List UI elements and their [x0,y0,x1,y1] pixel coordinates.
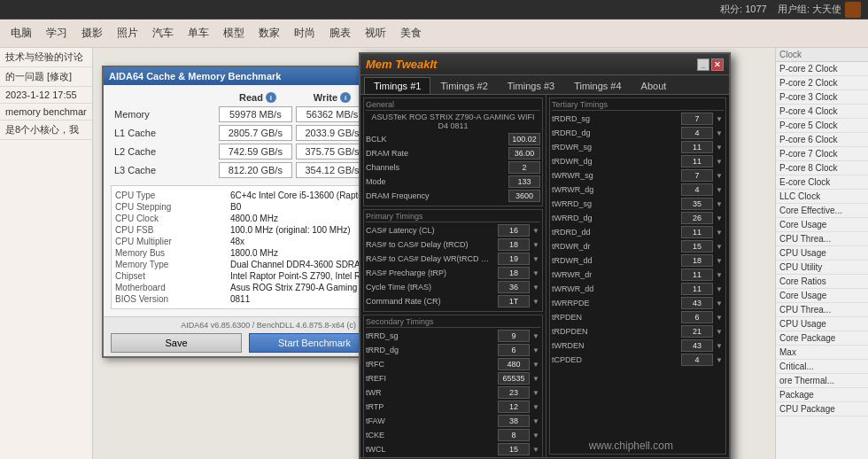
trp-dropdown[interactable]: ▼ [531,269,540,277]
right-core-ratios[interactable]: Core Ratios [776,275,868,289]
l2-write: 375.75 GB/s [296,144,369,159]
tfaw-dropdown[interactable]: ▼ [531,417,540,425]
tras-dropdown[interactable]: ▼ [531,284,540,292]
twrwr-sg-dropdown[interactable]: ▼ [715,172,724,180]
trcd-wr-dropdown[interactable]: ▼ [531,255,540,263]
nav-item-fashion[interactable]: 时尚 [287,22,322,44]
tcke-label: tCKE [366,431,496,440]
tcpded-dropdown[interactable]: ▼ [715,356,724,364]
twrden-dropdown[interactable]: ▼ [715,342,724,350]
trdpden-row: tRDPDEN 21 ▼ [552,325,724,338]
right-pcore4[interactable]: P-core 4 Clock [776,105,868,119]
nav-item-bike[interactable]: 单车 [181,22,216,44]
l3-write: 354.12 GB/s [296,162,369,178]
tab-timings2[interactable]: Timings #2 [430,77,497,94]
sidebar-question[interactable]: 的一问题 [修改] [0,67,92,87]
memtweak-close-button[interactable]: ✕ [711,58,724,71]
tab-timings3[interactable]: Timings #3 [498,77,564,94]
nav-item-watch[interactable]: 腕表 [322,22,358,44]
tcke-dropdown[interactable]: ▼ [531,432,540,440]
sidebar-date[interactable]: 2023-1-12 17:55 [0,87,92,104]
cl-dropdown[interactable]: ▼ [531,227,540,235]
twrwr-sg-row: tWRWR_sg 7 ▼ [552,169,724,182]
read-info-icon[interactable]: i [266,92,276,103]
right-pcore7[interactable]: P-core 7 Clock [776,147,868,161]
twr-dropdown[interactable]: ▼ [531,389,540,397]
twrwr-dr-dropdown[interactable]: ▼ [715,271,724,279]
twrrpde-value: 43 [681,297,713,309]
twcl-dropdown[interactable]: ▼ [531,446,540,454]
tab-timings4[interactable]: Timings #4 [564,77,631,94]
right-pcore2b[interactable]: P-core 2 Clock [776,76,868,90]
trdrd-dg-value: 4 [681,127,713,139]
nav-item-av[interactable]: 视听 [358,22,393,44]
right-cpu-pkg[interactable]: CPU Package [776,402,868,416]
trdwr-dr-dropdown[interactable]: ▼ [715,243,724,251]
trdrdsg-dropdown[interactable]: ▼ [715,115,724,123]
nav-item-pc[interactable]: 电脑 [4,22,39,44]
trdrd-dd-label: tRDRD_dd [552,228,679,237]
tab-timings1[interactable]: Timings #1 [364,77,430,94]
right-ecore[interactable]: E-core Clock [776,175,868,190]
tab-about[interactable]: About [632,77,677,94]
right-cpu-usage[interactable]: CPU Usage [776,246,868,261]
trdrd-dg-dropdown[interactable]: ▼ [715,129,724,137]
trdwr-dd-dropdown[interactable]: ▼ [715,257,724,265]
right-pcore6[interactable]: P-core 6 Clock [776,133,868,147]
trdpden-dropdown[interactable]: ▼ [715,328,724,336]
trrsg-dropdown[interactable]: ▼ [531,332,540,340]
nav-item-photo[interactable]: 摄影 [74,22,110,44]
right-core-pkg[interactable]: Core Package [776,331,868,346]
sidebar-cores[interactable]: 是8个小核心，我 [0,121,92,140]
right-pcore8[interactable]: P-core 8 Clock [776,161,868,175]
trpden-dropdown[interactable]: ▼ [715,314,724,322]
nav-item-pics[interactable]: 照片 [110,22,145,44]
cpu-type-label: CPU Type [115,191,230,200]
twrrd-dg-dropdown[interactable]: ▼ [715,214,724,222]
save-button[interactable]: Save [111,333,242,353]
twrwr-dg-label: tWRWR_dg [552,185,679,194]
trrddg-dropdown[interactable]: ▼ [531,346,540,354]
channels-row: Channels 2 [366,161,540,174]
twrwr-dg-dropdown[interactable]: ▼ [715,186,724,194]
right-sidebar-title: Clock [776,48,868,62]
trdrd-dd-dropdown[interactable]: ▼ [715,229,724,237]
right-package[interactable]: Package [776,388,868,402]
sidebar-benchmark[interactable]: memory benchmar [0,104,92,121]
trdwr-sg-dropdown[interactable]: ▼ [715,144,724,152]
trefi-dropdown[interactable]: ▼ [531,375,540,383]
right-core-usage[interactable]: Core Usage [776,218,868,232]
trcd-dropdown[interactable]: ▼ [531,241,540,249]
cl-label: CAS# Latency (CL) [366,226,496,235]
right-thermal[interactable]: ore Thermal... [776,374,868,388]
twrrd-sg-dropdown[interactable]: ▼ [715,200,724,208]
sidebar-tech[interactable]: 技术与经验的讨论 [0,48,92,67]
nav-item-study[interactable]: 学习 [39,22,74,44]
nav-item-car[interactable]: 汽车 [145,22,181,44]
right-pcore2a[interactable]: P-core 2 Clock [776,62,868,76]
right-cpu-utility[interactable]: CPU Utility [776,261,868,275]
tertiary-title: Tertiary Timings [552,100,724,111]
right-pcore5[interactable]: P-core 5 Clock [776,119,868,133]
trdwr-dg-dropdown[interactable]: ▼ [715,158,724,166]
nav-item-food[interactable]: 美食 [393,22,429,44]
twrwr-dd-dropdown[interactable]: ▼ [715,285,724,293]
write-info-icon[interactable]: i [340,92,351,103]
cr-dropdown[interactable]: ▼ [531,298,540,306]
memtweak-minimize-button[interactable]: _ [697,58,709,71]
trfc-dropdown[interactable]: ▼ [531,361,540,369]
right-critical[interactable]: Critical... [776,360,868,374]
right-cpu-thread2[interactable]: CPU Threa... [776,303,868,317]
trtp-dropdown[interactable]: ▼ [531,403,540,411]
nav-item-digital[interactable]: 数家 [252,22,287,44]
right-cpu-thread[interactable]: CPU Threa... [776,232,868,246]
right-cpu-usage2[interactable]: CPU Usage [776,317,868,331]
nav-item-model[interactable]: 模型 [216,22,252,44]
right-core-usage2[interactable]: Core Usage [776,289,868,303]
right-llc[interactable]: LLC Clock [776,190,868,204]
l1-write: 2033.9 GB/s [296,125,369,141]
right-pcore3[interactable]: P-core 3 Clock [776,90,868,105]
right-core-eff[interactable]: Core Effective... [776,204,868,218]
right-max[interactable]: Max [776,346,868,360]
twrrpde-dropdown[interactable]: ▼ [715,300,724,307]
